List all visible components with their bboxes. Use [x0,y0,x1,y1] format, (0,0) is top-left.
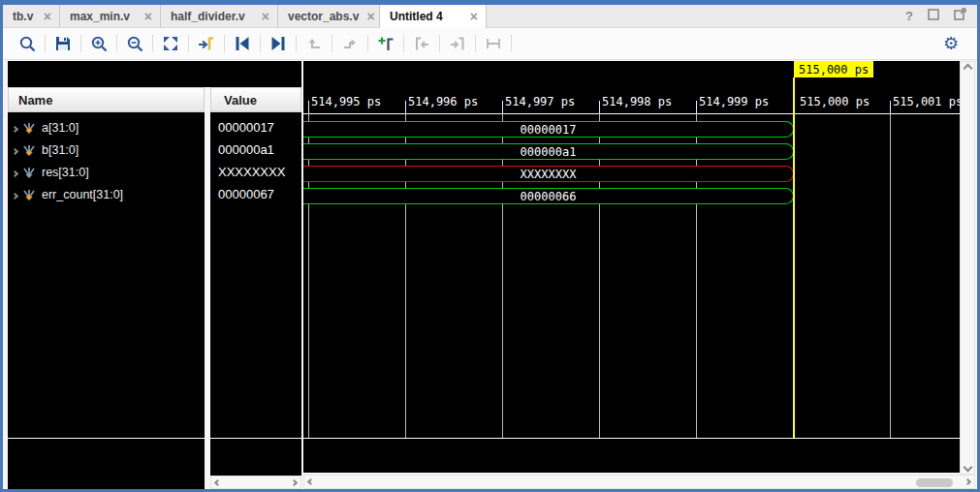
gridline [890,113,891,438]
toolbar-separator [296,35,297,52]
time-tick-label: 514,998 ps [602,95,672,108]
time-cursor-label[interactable]: 515,000 ps [794,61,873,77]
wave-bus-value: 00000066 [521,190,577,203]
scroll-left-icon[interactable] [214,478,221,485]
add-marker-icon[interactable] [373,31,398,56]
markers-span-disabled-icon[interactable] [481,31,506,56]
float-icon[interactable] [954,7,966,24]
timeline-baseline [303,113,960,114]
toolbar-separator [511,35,512,52]
zoom-in-icon[interactable] [86,31,111,56]
move-up-disabled-icon[interactable] [301,31,327,56]
scroll-up-icon[interactable] [963,64,972,74]
scroll-down-icon[interactable] [963,463,972,473]
signal-name-panel[interactable]: a[31:0] b[31:0] res[31:0] err_count[31:0… [8,112,205,489]
time-tick-label: 515,001 ps [893,95,963,108]
tab-half-divider-v[interactable]: half_divider.v × [161,5,278,28]
bus-signal-icon [22,166,36,179]
time-tick-mark [308,101,309,113]
signal-row-err-count[interactable]: err_count[31:0] [8,183,205,205]
expand-chevron-icon[interactable] [13,188,17,201]
time-cursor-line[interactable] [793,77,795,438]
value-row: XXXXXXXX [210,161,301,183]
value-horizontal-scrollbar[interactable] [210,476,301,489]
signal-value: XXXXXXXX [218,165,285,179]
close-icon[interactable]: × [262,10,269,23]
help-icon[interactable]: ? [905,9,913,23]
tab-label: Untitled 4 [390,10,443,23]
scroll-left-icon[interactable] [307,478,314,485]
tab-label: half_divider.v [171,10,245,23]
waveform-viewer-window: tb.v × max_min.v × half_divider.v × vect… [0,0,980,492]
waveform-toolbar: ⚙ [3,28,977,60]
value-column-header[interactable]: Value [210,87,301,112]
tab-vector-abs-v[interactable]: vector_abs.v × [278,5,380,28]
value-row: 00000067 [210,183,301,205]
toolbar-separator [260,35,261,52]
time-tick-label: 514,997 ps [505,95,575,108]
tab-max-min-v[interactable]: max_min.v × [60,5,161,28]
window-controls: ? [905,7,966,24]
tab-label: tb.v [13,10,33,23]
signal-value: 00000017 [218,120,274,135]
zoom-out-icon[interactable] [122,31,147,56]
toolbar-separator [188,35,189,52]
wave-bus-value: 00000017 [521,123,577,137]
toolbar-separator [403,35,404,52]
wave-bottom-line [303,438,960,439]
wave-bus-value: 000000a1 [521,145,577,159]
save-icon[interactable] [50,31,76,56]
close-icon[interactable]: × [366,10,374,23]
scrollbar-thumb[interactable] [916,478,953,487]
zoom-fit-icon[interactable] [158,31,183,56]
wave-bus-a: 00000017 [303,121,794,138]
gridline [696,113,697,438]
name-panel-footer [8,439,205,489]
time-tick-mark [502,101,503,113]
tab-tb-v[interactable]: tb.v × [3,5,60,28]
wave-bus-res: XXXXXXXX [303,166,794,182]
gridline [502,113,503,438]
bus-signal-icon [22,188,36,201]
close-icon[interactable]: × [470,10,478,23]
name-column-header[interactable]: Name [8,87,205,112]
previous-marker-disabled-icon[interactable] [409,31,434,56]
bus-signal-icon [22,121,36,135]
signal-value-panel[interactable]: 00000017 000000a1 XXXXXXXX 00000067 [210,112,301,476]
waveform-canvas[interactable]: 514,995 ps 514,996 ps 514,997 ps 514,998… [303,61,960,473]
value-header-label: Value [224,93,257,108]
move-down-disabled-icon[interactable] [337,31,363,56]
gridline [599,113,600,438]
value-row: 00000017 [210,116,301,138]
wave-vertical-scrollbar[interactable] [960,61,975,475]
maximize-icon[interactable] [928,7,939,24]
scroll-right-icon[interactable] [964,478,971,485]
previous-transition-icon[interactable] [230,31,255,56]
next-marker-disabled-icon[interactable] [445,31,470,56]
search-icon[interactable] [15,31,40,56]
scroll-right-icon[interactable] [291,478,298,485]
expand-chevron-icon[interactable] [13,166,17,179]
signal-row-a[interactable]: a[31:0] [8,116,205,138]
expand-chevron-icon[interactable] [13,121,17,135]
time-tick-label: 514,995 ps [311,95,381,108]
toolbar-separator [439,35,440,52]
signal-row-b[interactable]: b[31:0] [8,138,205,161]
time-tick-mark [890,101,891,113]
tab-bar: tb.v × max_min.v × half_divider.v × vect… [3,5,977,28]
close-icon[interactable]: × [144,10,152,23]
time-tick-label: 515,000 ps [800,95,869,108]
signal-row-res[interactable]: res[31:0] [8,161,205,183]
tab-untitled-4[interactable]: Untitled 4 × [380,5,487,28]
next-transition-icon[interactable] [266,31,291,56]
time-tick-mark [599,101,600,113]
expand-chevron-icon[interactable] [13,143,17,157]
signal-name: res[31:0] [42,166,89,179]
go-to-cursor-icon[interactable] [194,31,219,56]
wave-horizontal-scrollbar[interactable] [303,475,975,489]
panel-divider-line [210,438,301,439]
wave-bus-b: 000000a1 [303,143,794,160]
toolbar-separator [224,35,225,52]
close-icon[interactable]: × [44,10,51,23]
settings-gear-icon[interactable]: ⚙ [938,31,964,56]
